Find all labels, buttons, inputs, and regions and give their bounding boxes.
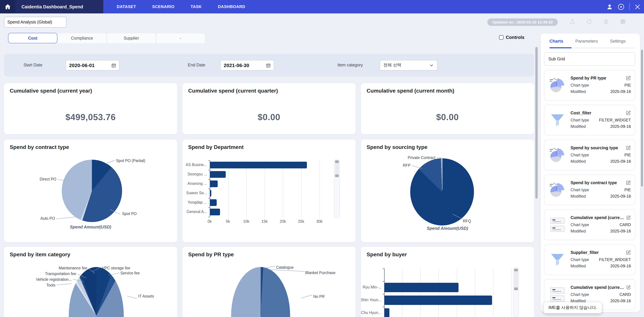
gridline	[301, 160, 301, 218]
menu-scenario[interactable]: SCENARIO	[152, 4, 174, 9]
sidebar-chart-card[interactable]: Spend by contract typeChart typePIEModif…	[544, 174, 635, 205]
trash-icon[interactable]	[603, 18, 609, 26]
bar[interactable]	[210, 171, 226, 178]
edit-icon[interactable]	[626, 76, 631, 81]
scroll-handle[interactable]	[335, 174, 339, 177]
start-date-value: 2020-06-01	[69, 62, 94, 68]
tab-supplier[interactable]: Supplier	[107, 33, 156, 43]
bar[interactable]	[210, 162, 307, 168]
pie-slice-label: Spot PO	[122, 212, 137, 216]
tab-compliance[interactable]: Compliance	[57, 33, 107, 43]
scroll-handle[interactable]	[335, 160, 339, 163]
menu-task[interactable]: TASK	[190, 4, 202, 9]
sidebar-chart-card[interactable]: Cost_filterChart typeFILTER_WIDGETModifi…	[544, 105, 635, 136]
pie-slice-label: Private Contract	[400, 156, 435, 160]
axis-tick	[383, 268, 384, 269]
pie-slice-label: Blanket Purchase	[305, 271, 336, 275]
main-scrollbar-thumb[interactable]	[535, 47, 538, 198]
dashboard-name-input[interactable]	[4, 17, 66, 28]
scroll-handle[interactable]	[514, 288, 518, 290]
sidebar-chart-card[interactable]: Cumulative spend (current ...Chart typeC…	[544, 209, 635, 240]
chart-type-row: Chart typePIE	[570, 82, 631, 88]
axis-tick	[208, 217, 210, 217]
tab-charts[interactable]: Charts	[550, 38, 563, 44]
edit-icon[interactable]	[626, 180, 631, 185]
user-icon[interactable]	[606, 4, 613, 10]
modified-row: Modified2025-09-16	[570, 124, 631, 130]
bar[interactable]	[384, 308, 389, 317]
chart-title: Spend by buyer	[366, 252, 407, 258]
pie-chart[interactable]	[231, 267, 290, 317]
start-date-input[interactable]: 2020-06-01	[66, 60, 120, 70]
gridline	[475, 268, 475, 317]
tab-cost[interactable]: Cost	[8, 33, 57, 43]
chart-axis-label: Spend Amount(USD)	[4, 225, 177, 230]
controls-checkbox[interactable]	[499, 35, 504, 40]
pie-chart[interactable]	[410, 158, 474, 226]
bar[interactable]	[210, 190, 212, 196]
card-icon	[550, 218, 564, 232]
ime-tooltip: IME를 사용하지 않습니다.	[544, 302, 602, 313]
edit-icon[interactable]	[626, 215, 631, 220]
callout-line	[442, 158, 442, 190]
controls-toggle: Controls	[499, 35, 524, 40]
close-icon[interactable]	[634, 4, 641, 10]
gridline	[283, 160, 283, 218]
sub-grid-box[interactable]: Sub Grid	[544, 52, 635, 66]
end-date-input[interactable]: 2021-06-30	[220, 60, 274, 70]
gridline	[438, 268, 439, 317]
modified-row: Modified2025-09-16	[570, 263, 631, 269]
bar[interactable]	[210, 180, 218, 187]
sidebar-scrollbar-thumb[interactable]	[641, 50, 643, 186]
scroll-handle[interactable]	[514, 269, 518, 272]
chart-type-row: Chart typeFILTER_WIDGET	[570, 257, 631, 263]
callout-line	[437, 158, 442, 158]
menu-dataset[interactable]: DATASET	[117, 4, 136, 9]
chart-scrollbar-thumb[interactable]	[335, 160, 339, 177]
sidebar-chart-card[interactable]: Spend by sourcing typeChart typePIEModif…	[544, 140, 635, 170]
axis-tick	[208, 160, 210, 161]
menu-icon[interactable]	[620, 18, 626, 26]
bar[interactable]	[384, 296, 492, 305]
axis-tick	[208, 207, 210, 208]
chevron-down-icon	[429, 63, 434, 68]
tab-settings[interactable]: Settings	[610, 38, 626, 44]
chart-card-body: Cumulative spend (current ...Chart typeC…	[570, 215, 631, 234]
chart-spend-by-pr-type: Spend by PR type Catalogue Blanket Purch…	[182, 247, 356, 317]
chart-spend-by-item-category: Spend by item category Maintenance fee T…	[4, 247, 177, 317]
category-label: Anseong ...	[184, 182, 207, 186]
play-icon[interactable]	[618, 3, 624, 10]
edit-icon[interactable]	[626, 146, 631, 150]
category-label: AS Busine...	[184, 163, 207, 167]
refresh-icon[interactable]	[586, 18, 592, 26]
item-category-select[interactable]: 전체 선택	[380, 60, 438, 70]
bar[interactable]	[384, 283, 458, 292]
axis-tick	[208, 188, 210, 189]
bar[interactable]	[210, 209, 220, 215]
pie-chart-icon	[550, 147, 565, 163]
edit-icon[interactable]	[626, 285, 631, 290]
share-icon[interactable]	[570, 18, 575, 26]
edit-icon[interactable]	[626, 250, 631, 255]
pie-chart[interactable]	[69, 267, 124, 317]
tab-parameters[interactable]: Parameters	[575, 38, 598, 44]
menu-dashboard[interactable]: DASHBOARD	[218, 4, 245, 9]
edit-icon[interactable]	[626, 110, 631, 116]
updated-badge: Updated on : 2025-03-10 13:49:52	[487, 18, 558, 26]
kpi-card-month: Cumulative spend (current month) $0.00	[361, 83, 534, 134]
pie-chart[interactable]	[62, 160, 122, 222]
sidebar-chart-card[interactable]: Supplier_filterChart typeFILTER_WIDGETMo…	[544, 244, 635, 275]
chart-scrollbar-thumb[interactable]	[514, 269, 518, 290]
sidebar-chart-card[interactable]: Spend by PR typeChart typePIEModified202…	[544, 70, 635, 101]
home-button[interactable]	[0, 0, 16, 14]
chart-card-icon	[548, 147, 566, 163]
tick-label: 10k	[243, 220, 250, 224]
tick-label: 20k	[280, 220, 286, 224]
chart-card-icon	[548, 182, 566, 198]
top-navbar: Caidentia Dashboard_Spend DATASET SCENAR…	[0, 0, 644, 14]
chart-card-body: Spend by PR typeChart typePIEModified202…	[570, 76, 631, 95]
bar[interactable]	[210, 199, 216, 206]
gridline	[264, 160, 265, 218]
chart-spend-by-buyer: Spend by buyer Ryu Min-...Shin Youn...Ch…	[361, 247, 534, 317]
tab-dash[interactable]: -	[156, 33, 205, 43]
